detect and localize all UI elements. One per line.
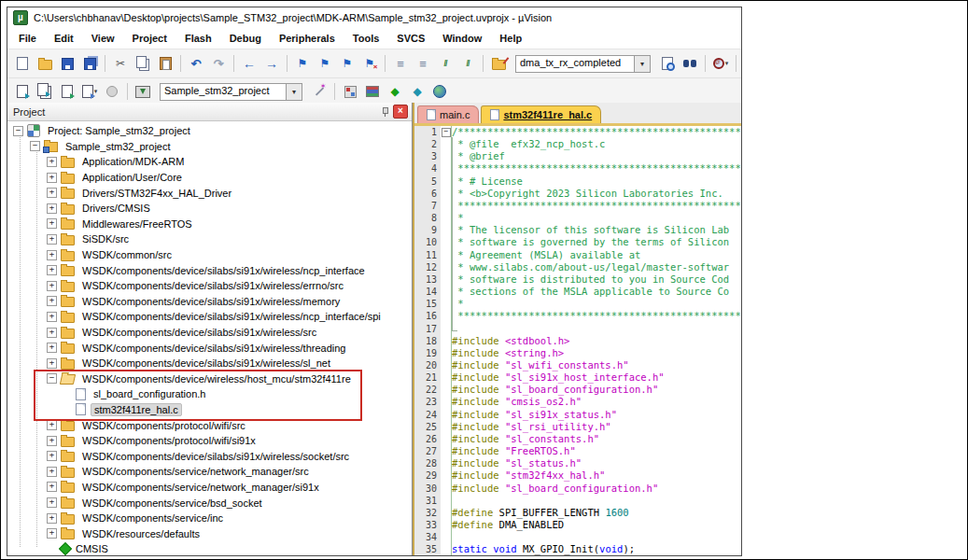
- menu-project[interactable]: Project: [133, 33, 167, 44]
- tree-row-wsdk-components-device-wireless-host-mcu[interactable]: −WSDK/components/device/wireless/host_mc…: [7, 371, 412, 387]
- expand-plus-icon[interactable]: +: [47, 312, 57, 322]
- collapse-minus-icon[interactable]: −: [30, 141, 40, 151]
- fold-collapse-icon[interactable]: −: [442, 128, 451, 137]
- tree-row-middlewares-freertos[interactable]: +Middlewares/FreeRTOS: [7, 217, 412, 232]
- navigate-back-icon[interactable]: ←: [238, 52, 260, 75]
- redo-icon[interactable]: ↷: [207, 52, 230, 75]
- expand-plus-icon[interactable]: +: [47, 451, 57, 461]
- search-combo-value[interactable]: dma_tx_rx_completed: [515, 55, 634, 73]
- tree-row-label[interactable]: CMSIS: [73, 543, 111, 554]
- tree-row-wsdk-components-device-silabs-si91x-wire[interactable]: +WSDK/components/device/silabs/si91x/wir…: [7, 325, 412, 341]
- build-icon[interactable]: [34, 80, 56, 103]
- tree-row-label[interactable]: Drivers/CMSIS: [79, 203, 153, 214]
- bookmark-next-icon[interactable]: ⚑: [336, 52, 358, 75]
- tree-row-wsdk-components-device-silabs-si91x-wire[interactable]: +WSDK/components/device/silabs/si91x/wir…: [7, 356, 412, 371]
- menu-tools[interactable]: Tools: [353, 33, 380, 44]
- tree-row-label[interactable]: WSDK/components/device/silabs/si91x/wire…: [79, 280, 346, 291]
- uncomment-selection-icon[interactable]: //: [456, 52, 479, 75]
- cut-icon[interactable]: ✂: [109, 52, 132, 75]
- tree-row-wsdk-components-device-silabs-si91x-wire[interactable]: +WSDK/components/device/silabs/si91x/wir…: [7, 340, 412, 356]
- tree-row-label[interactable]: sl_board_configuration.h: [91, 388, 208, 399]
- tree-row-drivers-cmsis[interactable]: +Drivers/CMSIS: [7, 201, 412, 217]
- tree-row-sisdk-src[interactable]: +SiSDK/src: [7, 231, 412, 247]
- expand-plus-icon[interactable]: +: [47, 482, 57, 492]
- tree-row-label[interactable]: WSDK/components/protocol/wifi/src: [79, 420, 248, 431]
- menu-flash[interactable]: Flash: [185, 33, 212, 44]
- tab-label[interactable]: main.c: [440, 109, 470, 120]
- expand-plus-icon[interactable]: +: [47, 358, 57, 369]
- expand-plus-icon[interactable]: +: [47, 420, 57, 430]
- tree-row-label[interactable]: WSDK/components/protocol/wifi/si91x: [79, 435, 259, 446]
- expand-plus-icon[interactable]: +: [47, 497, 57, 508]
- expand-plus-icon[interactable]: +: [47, 188, 57, 198]
- stop-build-icon[interactable]: [101, 80, 123, 103]
- expand-plus-icon[interactable]: +: [47, 173, 57, 183]
- paste-icon[interactable]: [154, 52, 176, 75]
- expand-plus-icon[interactable]: +: [47, 265, 57, 275]
- tree-row-label[interactable]: Application/MDK-ARM: [79, 156, 187, 167]
- incremental-find-icon[interactable]: [679, 52, 701, 75]
- expand-plus-icon[interactable]: +: [47, 281, 57, 291]
- tree-row-label[interactable]: WSDK/resources/defaults: [79, 528, 203, 539]
- tree-row-wsdk-common-src[interactable]: +WSDK/common/src: [7, 247, 412, 263]
- tree-row-label[interactable]: Application/User/Core: [79, 172, 185, 183]
- tree-row-label[interactable]: WSDK/components/device/wireless/host_mcu…: [79, 373, 354, 385]
- tree-row-project-sample-stm32-project[interactable]: −Project: Sample_stm32_project: [7, 123, 412, 139]
- tree-row-label[interactable]: WSDK/components/service/bsd_socket: [79, 497, 265, 509]
- tree-row-label[interactable]: WSDK/components/device/silabs/si91x/wire…: [79, 296, 343, 307]
- new-file-icon[interactable]: [11, 52, 34, 75]
- select-software-packs-icon[interactable]: ◆: [406, 80, 428, 103]
- tree-row-wsdk-components-service-network-manager-[interactable]: +WSDK/components/service/network_manager…: [7, 464, 412, 480]
- menu-peripherals[interactable]: Peripherals: [279, 33, 335, 44]
- tree-row-label[interactable]: WSDK/components/service/network_manager/…: [79, 482, 322, 493]
- code-area[interactable]: 1−/*************************************…: [414, 126, 741, 555]
- menu-help[interactable]: Help: [499, 33, 522, 44]
- tab-label[interactable]: stm32f411re_hal.c: [503, 109, 592, 120]
- target-combo-dropdown-icon[interactable]: ▾: [286, 83, 302, 101]
- tree-row-application-user-core[interactable]: +Application/User/Core: [7, 170, 412, 186]
- tree-row-application-mdk-arm[interactable]: +Application/MDK-ARM: [7, 154, 412, 170]
- translate-icon[interactable]: [11, 80, 34, 103]
- tree-row-label[interactable]: WSDK/components/device/silabs/si91x/wire…: [79, 451, 352, 462]
- expand-plus-icon[interactable]: +: [47, 436, 57, 446]
- expand-plus-icon[interactable]: +: [47, 234, 57, 245]
- tab-stm32f411re-hal-c[interactable]: stm32f411re_hal.c: [481, 105, 601, 123]
- menu-file[interactable]: File: [19, 33, 36, 44]
- tree-row-label[interactable]: WSDK/components/device/silabs/si91x/wire…: [79, 265, 368, 276]
- tree-row-label[interactable]: WSDK/components/service/network_manager/…: [79, 466, 312, 477]
- tree-row-label[interactable]: Drivers/STM32F4xx_HAL_Driver: [79, 188, 234, 199]
- expand-plus-icon[interactable]: +: [47, 203, 57, 214]
- tree-row-label[interactable]: WSDK/components/device/silabs/si91x/wire…: [79, 311, 384, 322]
- tree-row-wsdk-components-service-inc[interactable]: +WSDK/components/service/inc: [7, 511, 412, 526]
- expand-plus-icon[interactable]: +: [47, 157, 57, 167]
- find-icon[interactable]: ▾: [709, 52, 732, 75]
- tree-row-wsdk-components-protocol-wifi-si91x[interactable]: +WSDK/components/protocol/wifi/si91x: [7, 433, 412, 449]
- tree-row-wsdk-components-device-silabs-si91x-wire[interactable]: +WSDK/components/device/silabs/si91x/wir…: [7, 278, 412, 294]
- collapse-minus-icon[interactable]: −: [13, 126, 23, 136]
- undo-icon[interactable]: ↶: [185, 52, 207, 75]
- pack-installer-icon[interactable]: [428, 80, 451, 103]
- find-in-files-icon[interactable]: [656, 52, 679, 75]
- tree-row-wsdk-resources-defaults[interactable]: +WSDK/resources/defaults: [7, 525, 412, 541]
- outdent-icon[interactable]: ≡: [412, 52, 434, 75]
- menu-edit[interactable]: Edit: [54, 33, 74, 44]
- comment-selection-icon[interactable]: //: [434, 52, 456, 75]
- save-all-icon[interactable]: [78, 52, 101, 75]
- search-combo[interactable]: dma_tx_rx_completed ▾: [515, 55, 651, 73]
- tree-row-sl-board-configuration-h[interactable]: sl_board_configuration.h: [7, 386, 412, 402]
- tree-row-wsdk-components-service-bsd-socket[interactable]: +WSDK/components/service/bsd_socket: [7, 495, 412, 511]
- tree-row-label[interactable]: WSDK/components/device/silabs/si91x/wire…: [79, 327, 319, 338]
- bookmark-toggle-icon[interactable]: ⚑: [291, 52, 314, 75]
- tree-row-label[interactable]: Middlewares/FreeRTOS: [79, 218, 195, 230]
- collapse-minus-icon[interactable]: −: [47, 373, 57, 384]
- menu-view[interactable]: View: [91, 33, 115, 44]
- tree-row-wsdk-components-device-silabs-si91x-wire[interactable]: +WSDK/components/device/silabs/si91x/wir…: [7, 294, 412, 310]
- expand-plus-icon[interactable]: +: [47, 328, 57, 338]
- menu-svcs[interactable]: SVCS: [397, 33, 425, 44]
- tree-row-label[interactable]: SiSDK/src: [79, 233, 132, 245]
- expand-plus-icon[interactable]: +: [47, 528, 57, 539]
- pin-icon[interactable]: [381, 107, 389, 117]
- manage-rte-icon[interactable]: ◆: [384, 80, 406, 103]
- books-icon[interactable]: [361, 80, 384, 103]
- expand-plus-icon[interactable]: +: [47, 467, 57, 477]
